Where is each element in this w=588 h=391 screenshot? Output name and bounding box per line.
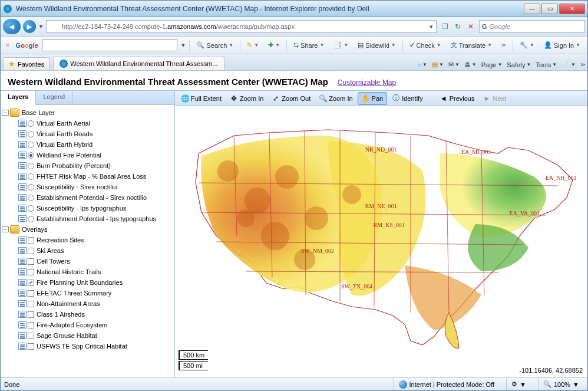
mail-button[interactable]: ✉▼ [448,61,460,68]
tools-menu[interactable]: Tools▼ [536,61,557,68]
google-search-input[interactable] [42,40,177,51]
zoom-out-button[interactable]: ⤢Zoom Out [268,93,314,104]
layer-item[interactable]: Establishment Potential - Ips typographu… [2,213,173,224]
feeds-button[interactable]: ▤▼ [432,61,444,68]
minimize-button[interactable]: — [524,4,540,14]
radio-icon[interactable] [28,195,34,201]
layer-item[interactable]: Cell Towers [2,256,173,267]
checkbox-icon[interactable] [28,269,34,275]
layer-item[interactable]: EFETAC Threat Summary [2,288,173,298]
checkbox-icon[interactable] [28,322,34,328]
maximize-button[interactable]: ▭ [541,4,558,14]
tree-group[interactable]: −Overlays [2,224,173,235]
layer-item[interactable]: National Historic Trails [2,267,173,277]
protected-mode-toggle[interactable]: ⚙▼ [506,378,531,390]
checkbox-icon[interactable] [28,290,34,297]
radio-icon[interactable] [28,142,34,148]
pan-button[interactable]: ✋Pan [358,92,388,105]
print-button[interactable]: 🖶▼ [464,61,477,68]
radio-icon[interactable] [28,120,34,127]
address-bar[interactable]: http://ec2-184-73-24-249.compute-1.amazo… [46,20,437,33]
layer-item[interactable]: Virtual Earth Aerial [2,118,173,129]
back-button[interactable]: ◄ [3,19,21,34]
checkbox-icon[interactable] [28,343,34,350]
close-button[interactable]: ✕ [559,4,585,14]
search-box[interactable]: G Google [479,20,585,33]
forward-button[interactable]: ► [23,20,36,33]
collapse-icon[interactable]: − [2,226,9,232]
close-toolbar-icon[interactable]: × [3,41,12,50]
security-zone[interactable]: Internet | Protected Mode: Off [394,378,500,390]
map-view[interactable]: NR_ND_001EA_MI_001RM_NE_001EA_NH_001RM_K… [175,106,587,377]
layer-item[interactable]: Recreation Sites [2,235,173,245]
check-button[interactable]: ✔Check▼ [407,40,444,50]
full-extent-button[interactable]: 🌐Full Extent [177,93,225,104]
radio-icon[interactable] [28,131,34,137]
more-button[interactable]: ≫ [498,41,509,49]
site-icon [49,22,58,31]
safety-menu[interactable]: Safety▼ [507,61,531,68]
layer-item[interactable]: Burn Probability (Percent) [2,160,173,171]
previous-button[interactable]: ◄Previous [436,93,478,104]
bookmarks-button[interactable]: 📑▼ [331,40,351,50]
checkbox-icon[interactable] [28,333,34,339]
tree-group[interactable]: −Base Layer [2,107,173,118]
share-button[interactable]: ⇆Share▼ [290,40,327,50]
google-search-dropdown[interactable]: ▼ [181,42,186,48]
zoom-in-button[interactable]: 🔍Zoom In [315,93,356,104]
layer-item[interactable]: Non-Attainment Areas [2,298,173,309]
radio-icon[interactable] [28,152,34,159]
page-menu[interactable]: Page▼ [481,61,503,68]
radio-icon[interactable] [28,184,34,190]
layer-item[interactable]: Virtual Earth Hybrid [2,139,173,150]
layer-item[interactable]: Susceptibility - Ips typographus [2,203,173,213]
layer-label: Fire-Adapted Ecosystem [35,321,107,328]
layer-item[interactable]: ✔Fire Planning Unit Boundaries [2,277,173,288]
radio-icon[interactable] [28,163,34,169]
help-button[interactable]: ❔▼ [561,61,576,68]
url-dropdown-icon[interactable]: ▾ [427,23,436,31]
layer-item[interactable]: Wildland Fire Potential [2,150,173,160]
checkbox-icon[interactable]: ✔ [28,280,34,286]
favorites-button[interactable]: ★ Favorites [3,57,49,70]
expand-button[interactable]: ≫ [580,62,585,67]
zoom-in-fixed-button[interactable]: ✥Zoom In [226,93,267,104]
layer-item[interactable]: Sage Grouse Habitat [2,330,173,341]
home-button[interactable]: ⌂▼ [417,61,427,68]
identify-button[interactable]: ⓘIdentify [388,93,426,104]
checkbox-icon[interactable] [28,237,34,244]
layer-item[interactable]: USFWS TE Spp Critical Habitat [2,341,173,351]
tab-layers[interactable]: Layers [1,91,36,105]
radio-icon[interactable] [28,205,34,212]
refresh-icon[interactable]: ↻ [452,21,464,32]
tab-legend[interactable]: Legend [36,91,72,104]
customizable-map-link[interactable]: Customizable Map [338,78,396,87]
radio-icon[interactable] [28,173,34,180]
signin-button[interactable]: 👤Sign In▼ [541,40,583,50]
checkbox-icon[interactable] [28,248,34,254]
history-dropdown[interactable]: ▼ [38,24,44,29]
layer-item[interactable]: Establishment Potential - Sirex noctilio [2,192,173,203]
search-button[interactable]: 🔍Search▼ [193,40,236,50]
layer-item[interactable]: Ski Areas [2,245,173,256]
checkbox-icon[interactable] [28,301,34,307]
toolbar-btn-1[interactable]: ✎▼ [244,40,262,50]
checkbox-icon[interactable] [28,258,34,265]
layer-item[interactable]: Fire-Adapted Ecosystem [2,320,173,330]
translate-button[interactable]: 文Translate▼ [448,40,495,51]
next-button[interactable]: ►Next [479,93,510,104]
toolbar-btn-2[interactable]: ✚▼ [265,40,283,50]
compat-view-icon[interactable]: ❐ [439,21,451,32]
layer-item[interactable]: Susceptibility - Sirex noctilio [2,182,173,192]
layer-item[interactable]: FHTET Risk Map - % Basal Area Loss [2,171,173,182]
checkbox-icon[interactable] [28,311,34,318]
settings-button[interactable]: 🔧▼ [517,40,537,50]
layer-item[interactable]: Class 1 Airsheds [2,309,173,320]
radio-icon[interactable] [28,216,34,222]
stop-icon[interactable]: ✕ [465,21,477,32]
sidewiki-button[interactable]: ▤Sidewiki▼ [355,40,398,50]
zoom-control[interactable]: 🔍100%▼ [538,378,584,390]
page-tab[interactable]: Western Wildland Environmental Threat As… [53,57,224,70]
collapse-icon[interactable]: − [2,110,9,116]
layer-item[interactable]: Virtual Earth Roads [2,129,173,139]
